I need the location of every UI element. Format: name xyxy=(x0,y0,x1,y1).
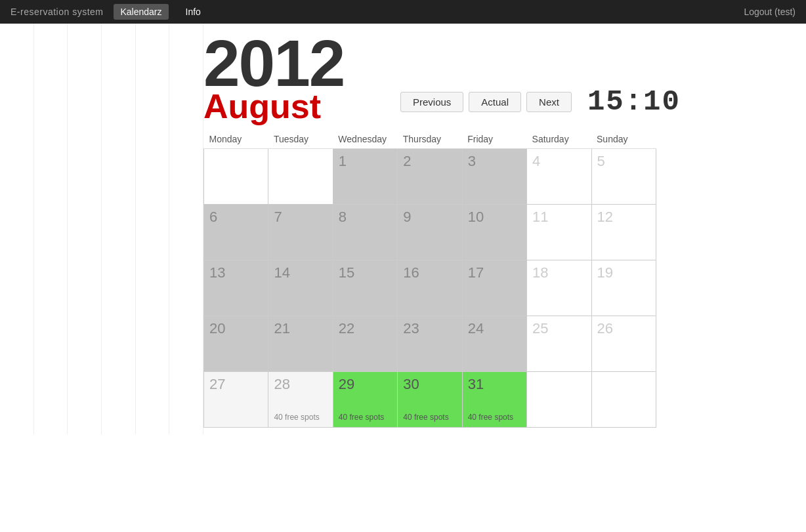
calendar-day: 17 xyxy=(462,260,526,316)
day-number: 22 xyxy=(339,320,392,337)
calendar-week-row: 12345 xyxy=(204,149,656,205)
calendar-day: 3 xyxy=(462,149,526,205)
day-number: 19 xyxy=(597,264,650,281)
header-sunday: Sunday xyxy=(591,130,656,149)
day-number: 5 xyxy=(597,153,650,170)
left-decoration xyxy=(0,24,203,434)
day-number: 21 xyxy=(274,320,327,337)
calendar-wrap: Monday Tuesday Wednesday Thursday Friday… xyxy=(203,130,806,428)
calendar-header: 2012 August Previous Actual Next 15:10 xyxy=(203,30,806,123)
main-content: 2012 August Previous Actual Next 15:10 M… xyxy=(0,24,806,434)
nav-time-bar: Previous Actual Next 15:10 xyxy=(400,85,681,123)
calendar-day: 11 xyxy=(527,205,591,260)
calendar-day: 13 xyxy=(204,260,268,316)
calendar-table: Monday Tuesday Wednesday Thursday Friday… xyxy=(203,130,656,428)
day-number: 10 xyxy=(468,209,521,226)
previous-button[interactable]: Previous xyxy=(400,92,463,112)
weekday-header-row: Monday Tuesday Wednesday Thursday Friday… xyxy=(204,130,656,149)
day-number: 9 xyxy=(403,209,456,226)
calendar-day: 18 xyxy=(527,260,591,316)
calendar-week-row: 272840 free spots2940 free spots3040 fre… xyxy=(204,372,656,428)
day-number: 17 xyxy=(468,264,521,281)
calendar-week-row: 6789101112 xyxy=(204,205,656,260)
calendar-day: 22 xyxy=(333,316,397,372)
logout-button[interactable]: Logout (test) xyxy=(744,7,795,17)
calendar-day xyxy=(527,372,591,428)
calendar-day: 6 xyxy=(204,205,268,260)
nav-info[interactable]: Info xyxy=(179,4,207,20)
calendar-day[interactable]: 3040 free spots xyxy=(398,372,462,428)
header-friday: Friday xyxy=(462,130,526,149)
calendar-day: 15 xyxy=(333,260,397,316)
day-number: 7 xyxy=(274,209,327,226)
calendar-day: 7 xyxy=(268,205,333,260)
day-number: 16 xyxy=(403,264,456,281)
day-number: 30 xyxy=(403,376,456,393)
year-month-display: 2012 August xyxy=(203,30,387,123)
calendar-day: 5 xyxy=(591,149,656,205)
calendar-day xyxy=(204,149,268,205)
calendar-day: 16 xyxy=(398,260,462,316)
calendar-day xyxy=(591,372,656,428)
calendar-day[interactable]: 27 xyxy=(204,372,268,428)
calendar-day[interactable]: 3140 free spots xyxy=(462,372,526,428)
calendar-day: 12 xyxy=(591,205,656,260)
calendar-day: 21 xyxy=(268,316,333,372)
header-tuesday: Tuesday xyxy=(268,130,333,149)
calendar-day: 10 xyxy=(462,205,526,260)
day-number: 11 xyxy=(532,209,585,226)
day-number: 15 xyxy=(339,264,392,281)
navbar: E-reservation system Kalendarz Info Logo… xyxy=(0,0,806,24)
free-spots-label: 40 free spots xyxy=(274,413,319,422)
app-brand: E-reservation system xyxy=(11,7,103,17)
day-number: 27 xyxy=(209,376,263,393)
day-number: 3 xyxy=(468,153,521,170)
calendar-day: 8 xyxy=(333,205,397,260)
day-number: 4 xyxy=(532,153,585,170)
day-number: 2 xyxy=(403,153,456,170)
calendar-day: 9 xyxy=(398,205,462,260)
free-spots-label: 40 free spots xyxy=(468,413,513,422)
day-number: 13 xyxy=(209,264,263,281)
day-number: 20 xyxy=(209,320,263,337)
calendar-day: 4 xyxy=(527,149,591,205)
day-number: 18 xyxy=(532,264,585,281)
calendar-day[interactable]: 2840 free spots xyxy=(268,372,333,428)
calendar-day xyxy=(268,149,333,205)
day-number: 14 xyxy=(274,264,327,281)
calendar-day: 25 xyxy=(527,316,591,372)
calendar-day: 26 xyxy=(591,316,656,372)
calendar-day[interactable]: 2940 free spots xyxy=(333,372,397,428)
day-number: 23 xyxy=(403,320,456,337)
calendar-day: 24 xyxy=(462,316,526,372)
day-number: 8 xyxy=(339,209,392,226)
calendar-day: 1 xyxy=(333,149,397,205)
nav-kalendarz[interactable]: Kalendarz xyxy=(114,4,168,20)
month-display: August xyxy=(203,89,387,123)
day-number: 12 xyxy=(597,209,650,226)
year-display: 2012 xyxy=(203,30,387,96)
calendar-day: 20 xyxy=(204,316,268,372)
day-number: 1 xyxy=(339,153,392,170)
calendar-day: 19 xyxy=(591,260,656,316)
actual-button[interactable]: Actual xyxy=(469,92,521,112)
day-number: 31 xyxy=(468,376,521,393)
day-number: 29 xyxy=(339,376,392,393)
header-wednesday: Wednesday xyxy=(333,130,397,149)
free-spots-label: 40 free spots xyxy=(339,413,384,422)
calendar-week-row: 13141516171819 xyxy=(204,260,656,316)
time-display: 15:10 xyxy=(587,85,681,118)
day-number: 25 xyxy=(532,320,585,337)
next-button[interactable]: Next xyxy=(526,92,572,112)
header-thursday: Thursday xyxy=(398,130,462,149)
calendar-day: 14 xyxy=(268,260,333,316)
calendar-week-row: 20212223242526 xyxy=(204,316,656,372)
header-monday: Monday xyxy=(204,130,268,149)
day-number: 28 xyxy=(274,376,327,393)
calendar-day: 2 xyxy=(398,149,462,205)
day-number: 26 xyxy=(597,320,650,337)
day-number: 24 xyxy=(468,320,521,337)
free-spots-label: 40 free spots xyxy=(403,413,448,422)
header-saturday: Saturday xyxy=(527,130,591,149)
day-number: 6 xyxy=(209,209,263,226)
